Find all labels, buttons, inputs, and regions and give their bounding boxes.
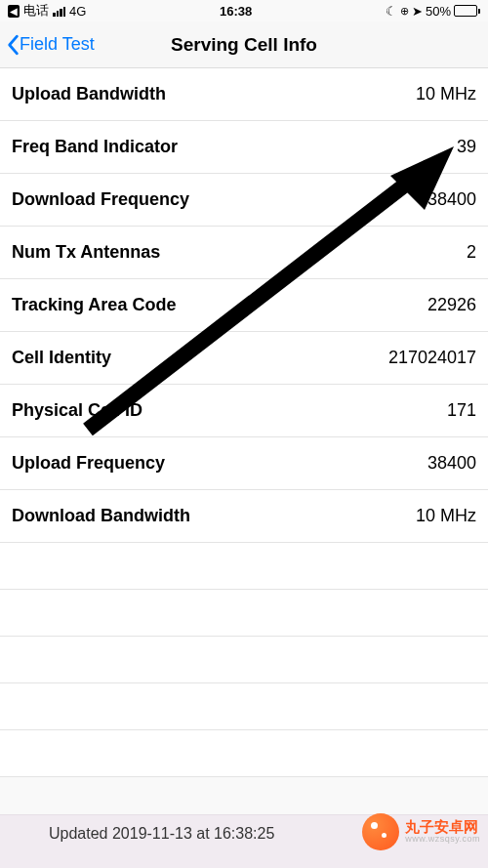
signal-icon <box>53 6 65 17</box>
list-item-empty <box>0 637 488 683</box>
chevron-left-icon <box>6 34 20 56</box>
network-label: 4G <box>69 4 86 19</box>
list-item: Upload Bandwidth 10 MHz <box>0 68 488 121</box>
row-value: 39 <box>457 137 476 157</box>
list-item: Num Tx Antennas 2 <box>0 227 488 279</box>
cell-info-list[interactable]: Upload Bandwidth 10 MHz Freq Band Indica… <box>0 68 488 777</box>
updated-timestamp: Updated 2019-11-13 at 16:38:25 <box>0 825 488 843</box>
row-value: 10 MHz <box>416 506 476 526</box>
row-value: 171 <box>447 400 476 421</box>
status-time: 16:38 <box>220 4 252 19</box>
list-item: Download Frequency 38400 <box>0 174 488 227</box>
list-item: Download Bandwidth 10 MHz <box>0 490 488 543</box>
nav-bar: Field Test Serving Cell Info <box>0 21 488 68</box>
row-label: Num Tx Antennas <box>12 242 160 263</box>
footer: Updated 2019-11-13 at 16:38:25 <box>0 814 488 868</box>
row-value: 38400 <box>427 189 476 210</box>
row-label: Upload Frequency <box>12 453 165 474</box>
row-label: Download Frequency <box>12 189 189 210</box>
row-label: Download Bandwidth <box>12 506 190 526</box>
list-item: Cell Identity 217024017 <box>0 332 488 385</box>
row-value: 2 <box>467 242 476 263</box>
list-item: Physical Cell ID 171 <box>0 385 488 437</box>
row-label: Freq Band Indicator <box>12 137 178 157</box>
row-label: Physical Cell ID <box>12 400 142 421</box>
row-value: 38400 <box>427 453 476 474</box>
row-label: Cell Identity <box>12 348 111 368</box>
list-item: Freq Band Indicator 39 <box>0 121 488 174</box>
status-bar: ◀ 电话 4G 16:38 ☾ ⊕ ➤ 50% <box>0 0 488 21</box>
list-item-empty <box>0 543 488 590</box>
row-value: 10 MHz <box>416 84 476 104</box>
row-label: Upload Bandwidth <box>12 84 166 104</box>
row-value: 22926 <box>427 295 476 315</box>
list-item: Tracking Area Code 22926 <box>0 279 488 332</box>
battery-pct: 50% <box>426 4 451 19</box>
list-item-empty <box>0 730 488 777</box>
list-item-empty <box>0 590 488 637</box>
location-icon: ➤ <box>412 4 423 19</box>
back-button[interactable]: Field Test <box>0 34 95 56</box>
list-item: Upload Frequency 38400 <box>0 437 488 490</box>
status-right: ☾ ⊕ ➤ 50% <box>386 4 480 19</box>
alarm-icon: ⊕ <box>400 5 409 18</box>
row-value: 217024017 <box>388 348 476 368</box>
moon-icon: ☾ <box>386 4 397 19</box>
carrier-label: 电话 <box>23 2 49 20</box>
carrier-badge: ◀ <box>8 5 20 18</box>
list-item-empty <box>0 683 488 730</box>
back-label: Field Test <box>20 34 95 55</box>
battery-icon <box>454 5 480 17</box>
status-left: ◀ 电话 4G <box>8 2 86 20</box>
row-label: Tracking Area Code <box>12 295 176 315</box>
page-title: Serving Cell Info <box>171 34 317 56</box>
